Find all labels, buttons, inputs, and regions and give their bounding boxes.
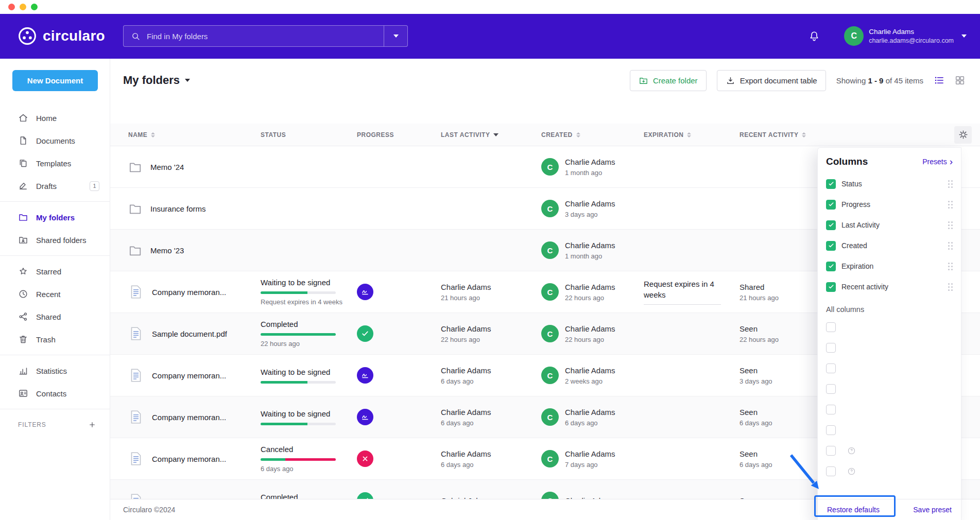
sidebar-item-shared[interactable]: Shared (0, 305, 110, 328)
sidebar-item-templates[interactable]: Templates (0, 152, 110, 175)
row-name: Company memoran... (152, 288, 226, 297)
list-view-button[interactable] (934, 75, 945, 86)
sidebar-item-drafts[interactable]: Drafts1 (0, 175, 110, 197)
create-folder-button[interactable]: Create folder (630, 70, 707, 91)
checkbox-checked-icon[interactable] (826, 220, 836, 230)
new-document-button[interactable]: New Document (12, 70, 98, 91)
info-icon[interactable] (847, 446, 856, 455)
column-toggle-created[interactable]: Created (826, 235, 955, 256)
restore-defaults-button[interactable]: Restore defaults (825, 505, 882, 515)
column-header-status[interactable]: STATUS (261, 131, 357, 138)
column-option-label: Created (841, 241, 867, 250)
created-cell: CCharlie Adams7 days ago (541, 449, 644, 469)
search-icon (131, 31, 141, 41)
sidebar-item-my-folders[interactable]: My folders (0, 206, 110, 229)
grid-view-button[interactable] (954, 75, 966, 86)
window-minimize-button[interactable] (20, 4, 26, 10)
columns-panel: Columns Presets › StatusProgressLast Act… (817, 147, 961, 520)
folder-icon (128, 160, 142, 174)
search-input[interactable] (146, 31, 384, 41)
document-icon (128, 409, 144, 425)
column-header-created[interactable]: CREATED (541, 131, 644, 138)
checkbox-unchecked-icon[interactable] (826, 425, 836, 435)
count-badge: 1 (90, 181, 99, 191)
sidebar-item-home[interactable]: Home (0, 107, 110, 129)
column-header-progress[interactable]: PROGRESS (357, 131, 441, 138)
column-toggle-shared-by[interactable]: Shared by (826, 420, 833, 440)
column-toggle-document-validity-only-date[interactable]: Document validity (Only date) (826, 440, 833, 461)
avatar: C (541, 283, 559, 301)
column-toggle-progress[interactable]: Progress (826, 194, 955, 215)
column-toggle-recent-activity[interactable]: Recent activity (826, 276, 955, 297)
column-toggle-document-validity-relative-time[interactable]: Document validity (Relative time) (826, 461, 833, 481)
save-preset-button[interactable]: Save preset (911, 505, 954, 515)
trash-icon (18, 334, 28, 344)
user-avatar: C (844, 26, 864, 46)
column-toggle-last-activity[interactable]: Last Activity (826, 215, 955, 235)
checkbox-checked-icon[interactable] (826, 179, 836, 189)
gear-icon (958, 130, 968, 140)
sidebar-item-shared-folders[interactable]: Shared folders (0, 229, 110, 251)
sidebar-item-starred[interactable]: Starred (0, 260, 110, 283)
checkbox-unchecked-icon[interactable] (826, 343, 836, 353)
add-filter-icon[interactable] (88, 421, 96, 429)
export-table-button[interactable]: Export document table (717, 70, 826, 91)
document-icon (128, 451, 144, 466)
home-icon (18, 113, 28, 123)
checkbox-unchecked-icon[interactable] (826, 446, 836, 456)
drag-handle-icon[interactable] (948, 201, 953, 209)
avatar: C (541, 325, 559, 342)
document-icon (128, 284, 144, 300)
app-header: circularo C Charlie Adams charlie.adams@… (0, 14, 980, 59)
column-toggle-shared-with[interactable]: Shared with (826, 378, 833, 399)
drag-handle-icon[interactable] (948, 263, 953, 270)
items-count: Showing 1 - 9 of 45 items (836, 76, 923, 85)
sidebar-item-contacts[interactable]: Contacts (0, 382, 110, 405)
notifications-bell-icon[interactable] (808, 30, 820, 42)
sidebar-item-documents[interactable]: Documents (0, 129, 110, 152)
columns-panel-footer: Restore defaults Save preset (818, 499, 961, 520)
checkbox-unchecked-icon[interactable] (826, 384, 836, 394)
column-toggle-signed[interactable]: Signed (826, 358, 833, 378)
filters-section[interactable]: FILTERS (0, 413, 110, 436)
column-option-label: Last Activity (841, 221, 880, 229)
column-toggle-shared-by[interactable]: Shared by (826, 399, 833, 420)
checkbox-checked-icon[interactable] (826, 241, 836, 251)
column-header-last-activity[interactable]: LAST ACTIVITY (441, 131, 541, 138)
sidebar-item-trash[interactable]: Trash (0, 328, 110, 351)
columns-settings-button[interactable] (954, 126, 972, 144)
created-cell: CCharlie Adams6 days ago (541, 408, 644, 427)
sidebar-item-statistics[interactable]: Statistics (0, 359, 110, 382)
drag-handle-icon[interactable] (948, 242, 953, 250)
window-zoom-button[interactable] (31, 4, 38, 10)
checkbox-unchecked-icon[interactable] (826, 466, 836, 476)
column-header-recent-activity[interactable]: RECENT ACTIVITY (740, 131, 943, 138)
drag-handle-icon[interactable] (948, 283, 953, 291)
presets-link[interactable]: Presets › (922, 158, 953, 166)
column-toggle-status[interactable]: Status (826, 174, 955, 194)
column-toggle-template[interactable]: Template (826, 317, 833, 337)
window-close-button[interactable] (8, 4, 15, 10)
info-icon[interactable] (847, 467, 856, 476)
avatar: C (541, 450, 559, 467)
column-toggle-assigned-by[interactable]: Assigned by (826, 337, 833, 358)
sidebar-item-recent[interactable]: Recent (0, 283, 110, 305)
drag-handle-icon[interactable] (948, 221, 953, 229)
search-scope-dropdown[interactable] (384, 26, 407, 46)
column-toggle-expiration[interactable]: Expiration (826, 256, 955, 276)
last-activity-cell: Charlie Adams6 days ago (441, 408, 541, 427)
status-cell: Waiting to be signed (261, 368, 357, 384)
checkbox-unchecked-icon[interactable] (826, 322, 836, 332)
checkbox-checked-icon[interactable] (826, 282, 836, 292)
checkbox-unchecked-icon[interactable] (826, 363, 836, 373)
drag-handle-icon[interactable] (948, 180, 953, 188)
column-header-expiration[interactable]: EXPIRATION (644, 131, 740, 138)
checkbox-unchecked-icon[interactable] (826, 405, 836, 414)
column-header-name[interactable]: NAME (128, 131, 261, 138)
create-folder-icon (639, 76, 648, 85)
user-menu[interactable]: C Charlie Adams charlie.adams@circularo.… (844, 26, 967, 46)
checkbox-checked-icon[interactable] (826, 262, 836, 271)
app-logo[interactable]: circularo (18, 26, 105, 46)
page-title-dropdown[interactable]: My folders (123, 74, 190, 87)
checkbox-checked-icon[interactable] (826, 200, 836, 210)
